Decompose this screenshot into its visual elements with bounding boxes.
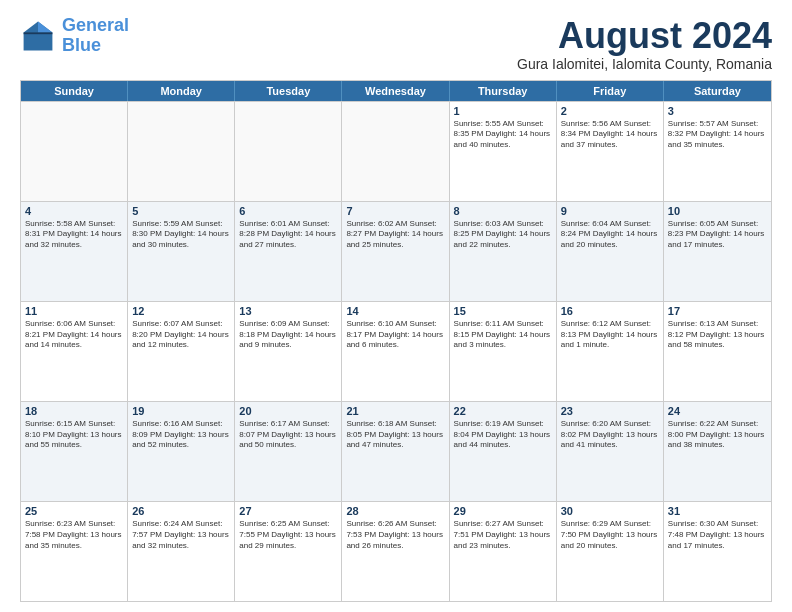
- cell-w2-d2: 5Sunrise: 5:59 AM Sunset: 8:30 PM Daylig…: [128, 202, 235, 301]
- logo: General Blue: [20, 16, 129, 56]
- day-number: 2: [561, 105, 659, 117]
- cell-w5-d4: 28Sunrise: 6:26 AM Sunset: 7:53 PM Dayli…: [342, 502, 449, 601]
- cell-info: Sunrise: 6:24 AM Sunset: 7:57 PM Dayligh…: [132, 519, 230, 551]
- cell-w3-d1: 11Sunrise: 6:06 AM Sunset: 8:21 PM Dayli…: [21, 302, 128, 401]
- cell-w1-d4: [342, 102, 449, 201]
- cell-info: Sunrise: 6:20 AM Sunset: 8:02 PM Dayligh…: [561, 419, 659, 451]
- svg-rect-2: [24, 32, 53, 34]
- header-friday: Friday: [557, 81, 664, 101]
- month-year: August 2024: [517, 16, 772, 56]
- cell-info: Sunrise: 5:59 AM Sunset: 8:30 PM Dayligh…: [132, 219, 230, 251]
- cell-info: Sunrise: 6:11 AM Sunset: 8:15 PM Dayligh…: [454, 319, 552, 351]
- cell-w2-d7: 10Sunrise: 6:05 AM Sunset: 8:23 PM Dayli…: [664, 202, 771, 301]
- day-number: 14: [346, 305, 444, 317]
- cell-w5-d5: 29Sunrise: 6:27 AM Sunset: 7:51 PM Dayli…: [450, 502, 557, 601]
- cell-info: Sunrise: 6:13 AM Sunset: 8:12 PM Dayligh…: [668, 319, 767, 351]
- cell-w2-d5: 8Sunrise: 6:03 AM Sunset: 8:25 PM Daylig…: [450, 202, 557, 301]
- cell-w4-d6: 23Sunrise: 6:20 AM Sunset: 8:02 PM Dayli…: [557, 402, 664, 501]
- day-number: 3: [668, 105, 767, 117]
- cell-w1-d7: 3Sunrise: 5:57 AM Sunset: 8:32 PM Daylig…: [664, 102, 771, 201]
- cell-w1-d3: [235, 102, 342, 201]
- cell-w3-d3: 13Sunrise: 6:09 AM Sunset: 8:18 PM Dayli…: [235, 302, 342, 401]
- cell-info: Sunrise: 6:18 AM Sunset: 8:05 PM Dayligh…: [346, 419, 444, 451]
- day-number: 24: [668, 405, 767, 417]
- week-row-2: 4Sunrise: 5:58 AM Sunset: 8:31 PM Daylig…: [21, 201, 771, 301]
- location: Gura Ialomitei, Ialomita County, Romania: [517, 56, 772, 72]
- week-row-4: 18Sunrise: 6:15 AM Sunset: 8:10 PM Dayli…: [21, 401, 771, 501]
- cell-w3-d4: 14Sunrise: 6:10 AM Sunset: 8:17 PM Dayli…: [342, 302, 449, 401]
- week-row-5: 25Sunrise: 6:23 AM Sunset: 7:58 PM Dayli…: [21, 501, 771, 601]
- logo-icon: [20, 18, 56, 54]
- day-number: 8: [454, 205, 552, 217]
- cell-w2-d4: 7Sunrise: 6:02 AM Sunset: 8:27 PM Daylig…: [342, 202, 449, 301]
- cell-info: Sunrise: 6:29 AM Sunset: 7:50 PM Dayligh…: [561, 519, 659, 551]
- cell-info: Sunrise: 6:17 AM Sunset: 8:07 PM Dayligh…: [239, 419, 337, 451]
- day-number: 15: [454, 305, 552, 317]
- day-number: 21: [346, 405, 444, 417]
- day-number: 13: [239, 305, 337, 317]
- day-number: 20: [239, 405, 337, 417]
- page: General Blue August 2024 Gura Ialomitei,…: [0, 0, 792, 612]
- calendar: Sunday Monday Tuesday Wednesday Thursday…: [20, 80, 772, 602]
- day-number: 10: [668, 205, 767, 217]
- cell-info: Sunrise: 5:57 AM Sunset: 8:32 PM Dayligh…: [668, 119, 767, 151]
- logo-line1: General: [62, 15, 129, 35]
- cell-w5-d6: 30Sunrise: 6:29 AM Sunset: 7:50 PM Dayli…: [557, 502, 664, 601]
- cell-info: Sunrise: 6:04 AM Sunset: 8:24 PM Dayligh…: [561, 219, 659, 251]
- day-number: 22: [454, 405, 552, 417]
- cell-w3-d6: 16Sunrise: 6:12 AM Sunset: 8:13 PM Dayli…: [557, 302, 664, 401]
- day-number: 27: [239, 505, 337, 517]
- header-tuesday: Tuesday: [235, 81, 342, 101]
- day-number: 25: [25, 505, 123, 517]
- logo-line2: Blue: [62, 35, 101, 55]
- day-number: 4: [25, 205, 123, 217]
- day-number: 28: [346, 505, 444, 517]
- header-sunday: Sunday: [21, 81, 128, 101]
- cell-w2-d3: 6Sunrise: 6:01 AM Sunset: 8:28 PM Daylig…: [235, 202, 342, 301]
- cell-w4-d3: 20Sunrise: 6:17 AM Sunset: 8:07 PM Dayli…: [235, 402, 342, 501]
- day-number: 12: [132, 305, 230, 317]
- day-number: 30: [561, 505, 659, 517]
- day-number: 7: [346, 205, 444, 217]
- day-number: 17: [668, 305, 767, 317]
- cell-info: Sunrise: 6:25 AM Sunset: 7:55 PM Dayligh…: [239, 519, 337, 551]
- cell-w5-d2: 26Sunrise: 6:24 AM Sunset: 7:57 PM Dayli…: [128, 502, 235, 601]
- cell-info: Sunrise: 6:02 AM Sunset: 8:27 PM Dayligh…: [346, 219, 444, 251]
- cell-w4-d1: 18Sunrise: 6:15 AM Sunset: 8:10 PM Dayli…: [21, 402, 128, 501]
- calendar-body: 1Sunrise: 5:55 AM Sunset: 8:35 PM Daylig…: [21, 101, 771, 601]
- cell-info: Sunrise: 6:22 AM Sunset: 8:00 PM Dayligh…: [668, 419, 767, 451]
- day-number: 26: [132, 505, 230, 517]
- week-row-3: 11Sunrise: 6:06 AM Sunset: 8:21 PM Dayli…: [21, 301, 771, 401]
- cell-w1-d6: 2Sunrise: 5:56 AM Sunset: 8:34 PM Daylig…: [557, 102, 664, 201]
- cell-info: Sunrise: 6:19 AM Sunset: 8:04 PM Dayligh…: [454, 419, 552, 451]
- header-saturday: Saturday: [664, 81, 771, 101]
- cell-w2-d1: 4Sunrise: 5:58 AM Sunset: 8:31 PM Daylig…: [21, 202, 128, 301]
- cell-info: Sunrise: 6:16 AM Sunset: 8:09 PM Dayligh…: [132, 419, 230, 451]
- day-number: 18: [25, 405, 123, 417]
- cell-info: Sunrise: 6:15 AM Sunset: 8:10 PM Dayligh…: [25, 419, 123, 451]
- cell-w4-d5: 22Sunrise: 6:19 AM Sunset: 8:04 PM Dayli…: [450, 402, 557, 501]
- cell-info: Sunrise: 5:56 AM Sunset: 8:34 PM Dayligh…: [561, 119, 659, 151]
- cell-info: Sunrise: 6:27 AM Sunset: 7:51 PM Dayligh…: [454, 519, 552, 551]
- cell-info: Sunrise: 6:01 AM Sunset: 8:28 PM Dayligh…: [239, 219, 337, 251]
- cell-w1-d5: 1Sunrise: 5:55 AM Sunset: 8:35 PM Daylig…: [450, 102, 557, 201]
- day-number: 1: [454, 105, 552, 117]
- cell-info: Sunrise: 5:58 AM Sunset: 8:31 PM Dayligh…: [25, 219, 123, 251]
- day-number: 9: [561, 205, 659, 217]
- cell-w4-d2: 19Sunrise: 6:16 AM Sunset: 8:09 PM Dayli…: [128, 402, 235, 501]
- calendar-header: Sunday Monday Tuesday Wednesday Thursday…: [21, 81, 771, 101]
- cell-w5-d3: 27Sunrise: 6:25 AM Sunset: 7:55 PM Dayli…: [235, 502, 342, 601]
- cell-info: Sunrise: 6:05 AM Sunset: 8:23 PM Dayligh…: [668, 219, 767, 251]
- cell-w3-d7: 17Sunrise: 6:13 AM Sunset: 8:12 PM Dayli…: [664, 302, 771, 401]
- cell-w1-d1: [21, 102, 128, 201]
- cell-info: Sunrise: 6:07 AM Sunset: 8:20 PM Dayligh…: [132, 319, 230, 351]
- day-number: 5: [132, 205, 230, 217]
- cell-info: Sunrise: 5:55 AM Sunset: 8:35 PM Dayligh…: [454, 119, 552, 151]
- cell-w3-d2: 12Sunrise: 6:07 AM Sunset: 8:20 PM Dayli…: [128, 302, 235, 401]
- cell-info: Sunrise: 6:12 AM Sunset: 8:13 PM Dayligh…: [561, 319, 659, 351]
- title-block: August 2024 Gura Ialomitei, Ialomita Cou…: [517, 16, 772, 72]
- cell-info: Sunrise: 6:09 AM Sunset: 8:18 PM Dayligh…: [239, 319, 337, 351]
- cell-info: Sunrise: 6:26 AM Sunset: 7:53 PM Dayligh…: [346, 519, 444, 551]
- cell-w1-d2: [128, 102, 235, 201]
- day-number: 23: [561, 405, 659, 417]
